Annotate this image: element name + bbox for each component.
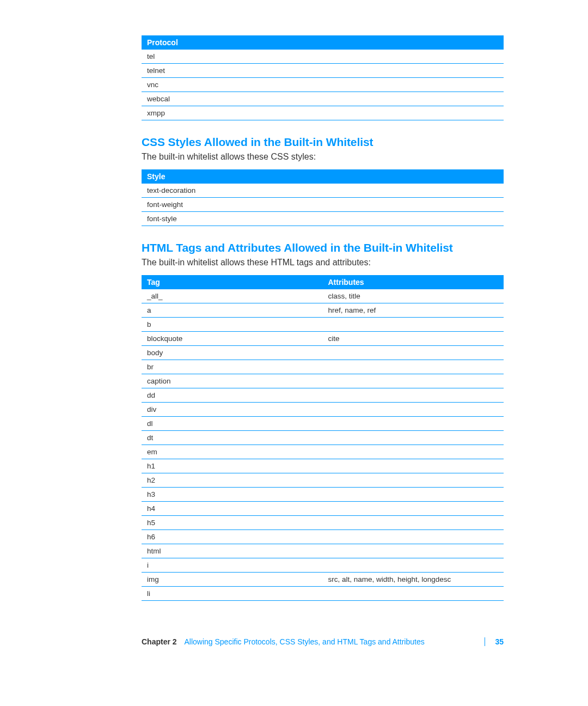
table-row: h1: [142, 459, 504, 473]
protocol-cell: webcal: [142, 92, 504, 106]
protocol-table: Protocol teltelnetvncwebcalxmpp: [142, 35, 504, 120]
table-row: i: [142, 558, 504, 573]
css-style-table: Style text-decorationfont-weightfont-sty…: [142, 169, 504, 226]
protocol-cell: telnet: [142, 64, 504, 78]
html-attr-cell: class, title: [323, 289, 504, 303]
table-row: body: [142, 346, 504, 360]
html-attr-cell: [323, 374, 504, 388]
table-row: ahref, name, ref: [142, 303, 504, 318]
html-tag-cell: h6: [142, 530, 323, 544]
footer-page-number: 35: [485, 637, 504, 646]
html-attr-cell: [323, 431, 504, 445]
html-tag-header: Tag: [142, 275, 323, 289]
html-tags-table: Tag Attributes _all_class, titleahref, n…: [142, 275, 504, 601]
table-row: h5: [142, 516, 504, 530]
html-attr-cell: cite: [323, 332, 504, 346]
protocol-cell: xmpp: [142, 106, 504, 120]
html-section-heading: HTML Tags and Attributes Allowed in the …: [142, 241, 504, 254]
html-tag-cell: li: [142, 587, 323, 601]
html-attr-cell: [323, 417, 504, 431]
footer-chapter-label: Chapter 2: [142, 637, 177, 646]
html-tag-cell: a: [142, 303, 323, 318]
html-tag-cell: dd: [142, 388, 323, 403]
html-tag-cell: h1: [142, 459, 323, 473]
table-row: html: [142, 544, 504, 558]
protocol-cell: tel: [142, 50, 504, 64]
table-row: h2: [142, 473, 504, 488]
html-tag-cell: h3: [142, 488, 323, 502]
html-tag-cell: _all_: [142, 289, 323, 303]
html-tag-cell: dl: [142, 417, 323, 431]
html-attr-cell: [323, 360, 504, 374]
html-tag-cell: b: [142, 318, 323, 332]
html-attr-cell: src, alt, name, width, height, longdesc: [323, 573, 504, 587]
html-attr-cell: [323, 587, 504, 601]
table-row: br: [142, 360, 504, 374]
css-style-cell: font-weight: [142, 198, 504, 212]
table-row: _all_class, title: [142, 289, 504, 303]
html-attr-cell: [323, 403, 504, 417]
html-tag-cell: em: [142, 445, 323, 459]
protocol-header: Protocol: [142, 35, 504, 50]
html-tag-cell: dt: [142, 431, 323, 445]
html-attr-cell: [323, 516, 504, 530]
html-tag-cell: h2: [142, 473, 323, 488]
html-tag-cell: caption: [142, 374, 323, 388]
table-row: h3: [142, 488, 504, 502]
table-row: h4: [142, 502, 504, 516]
page-footer: Chapter 2 Allowing Specific Protocols, C…: [0, 637, 588, 646]
html-section-lead: The built-in whitelist allows these HTML…: [142, 258, 504, 267]
html-attr-cell: [323, 544, 504, 558]
footer-chapter-title: Allowing Specific Protocols, CSS Styles,…: [184, 637, 424, 646]
html-tag-cell: i: [142, 558, 323, 573]
html-attr-cell: [323, 459, 504, 473]
html-attr-header: Attributes: [323, 275, 504, 289]
protocol-cell: vnc: [142, 78, 504, 92]
html-attr-cell: [323, 388, 504, 403]
table-row: h6: [142, 530, 504, 544]
table-row: imgsrc, alt, name, width, height, longde…: [142, 573, 504, 587]
html-attr-cell: [323, 488, 504, 502]
html-attr-cell: [323, 346, 504, 360]
html-tag-cell: blockquote: [142, 332, 323, 346]
table-row: em: [142, 445, 504, 459]
html-tag-cell: img: [142, 573, 323, 587]
html-tag-cell: html: [142, 544, 323, 558]
html-tag-cell: br: [142, 360, 323, 374]
html-attr-cell: [323, 318, 504, 332]
html-tag-cell: div: [142, 403, 323, 417]
table-row: div: [142, 403, 504, 417]
css-section-lead: The built-in whitelist allows these CSS …: [142, 152, 504, 162]
page-content: Protocol teltelnetvncwebcalxmpp CSS Styl…: [0, 0, 588, 601]
table-row: dd: [142, 388, 504, 403]
table-row: dl: [142, 417, 504, 431]
table-row: dt: [142, 431, 504, 445]
css-style-cell: font-style: [142, 212, 504, 226]
html-attr-cell: [323, 530, 504, 544]
html-tag-cell: h4: [142, 502, 323, 516]
css-style-cell: text-decoration: [142, 184, 504, 198]
html-attr-cell: href, name, ref: [323, 303, 504, 318]
html-tag-cell: body: [142, 346, 323, 360]
table-row: caption: [142, 374, 504, 388]
table-row: b: [142, 318, 504, 332]
html-attr-cell: [323, 502, 504, 516]
html-tag-cell: h5: [142, 516, 323, 530]
html-attr-cell: [323, 558, 504, 573]
table-row: blockquotecite: [142, 332, 504, 346]
html-attr-cell: [323, 445, 504, 459]
table-row: li: [142, 587, 504, 601]
html-attr-cell: [323, 473, 504, 488]
css-section-heading: CSS Styles Allowed in the Built-in White…: [142, 136, 504, 149]
css-style-header: Style: [142, 169, 504, 184]
